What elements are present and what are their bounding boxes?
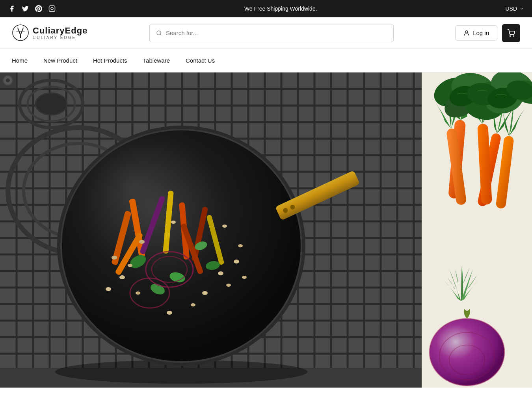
currency-selector[interactable]: USD [505,6,524,12]
svg-line-4 [160,34,161,35]
nav-item-contact-us[interactable]: Contact Us [186,54,215,67]
svg-point-89 [167,311,172,315]
svg-point-95 [222,225,227,228]
facebook-icon[interactable] [8,5,16,13]
chevron-down-icon [519,6,524,11]
logo-main-text: CuliaryEdge [33,26,87,35]
search-bar [149,24,394,42]
header: CuliaryEdge CULIARY EDGE Log in [0,17,532,49]
pinterest-icon[interactable] [35,5,43,13]
svg-point-121 [6,78,10,82]
search-input[interactable] [166,30,387,36]
search-icon [156,30,162,36]
navigation: Home New Product Hot Products Tableware … [0,49,532,72]
header-actions: Log in [455,24,520,42]
svg-point-94 [139,240,145,244]
svg-point-87 [202,291,208,295]
cart-button[interactable] [502,24,520,42]
svg-point-93 [171,221,176,224]
hero-image [0,72,532,388]
svg-point-7 [513,35,514,36]
shipping-message: We Free Shipping Worldwide. [244,6,317,12]
svg-point-124 [35,93,67,115]
social-icons [8,5,56,13]
nav-item-hot-products[interactable]: Hot Products [93,54,127,67]
user-icon [463,30,470,36]
logo-sub-text: CULIARY EDGE [33,35,87,40]
svg-point-91 [106,287,111,291]
svg-rect-0 [49,6,55,12]
nav-item-home[interactable]: Home [12,54,28,67]
logo-text: CuliaryEdge CULIARY EDGE [33,26,87,40]
svg-point-6 [510,35,511,36]
hero-section [0,72,532,388]
twitter-icon[interactable] [21,5,29,13]
svg-point-3 [157,31,161,35]
svg-point-92 [238,244,243,247]
svg-point-96 [112,256,117,260]
svg-point-86 [136,291,140,295]
svg-point-88 [191,303,195,306]
svg-point-82 [128,264,132,267]
svg-point-90 [242,276,247,279]
nav-item-new-product[interactable]: New Product [43,54,77,67]
svg-point-5 [465,31,467,33]
cart-icon [507,29,515,37]
instagram-icon[interactable] [48,5,56,13]
svg-point-85 [234,260,239,264]
nav-item-tableware[interactable]: Tableware [143,54,170,67]
currency-label: USD [505,6,517,12]
svg-point-84 [226,284,231,287]
svg-point-60 [59,128,303,364]
logo-icon [12,24,30,42]
svg-point-83 [218,271,223,275]
logo[interactable]: CuliaryEdge CULIARY EDGE [12,24,87,42]
svg-point-81 [119,275,125,279]
login-label: Log in [473,30,489,36]
top-bar: We Free Shipping Worldwide. USD [0,0,532,17]
login-button[interactable]: Log in [455,25,497,41]
